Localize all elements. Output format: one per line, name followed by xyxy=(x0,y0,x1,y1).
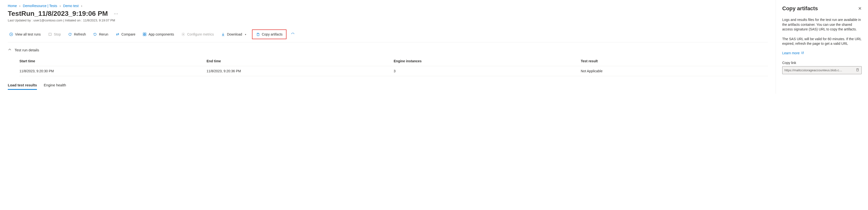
cell-test-result: Not Applicable xyxy=(581,66,768,76)
svg-point-6 xyxy=(183,34,184,35)
breadcrumb-test[interactable]: Demo test xyxy=(63,4,79,8)
svg-rect-5 xyxy=(145,34,146,36)
panel-description-1: Logs and results files for the test run … xyxy=(782,18,862,32)
copy-icon xyxy=(856,69,859,72)
tabs: Load test results Engine health xyxy=(8,83,768,90)
details-table: Start time End time Engine instances Tes… xyxy=(20,56,768,76)
panel-description-2: The SAS URL will be valid for 60 minutes… xyxy=(782,37,862,46)
col-test-result: Test result xyxy=(581,56,768,66)
compare-button[interactable]: Compare xyxy=(114,31,137,37)
button-label: Download xyxy=(227,32,242,36)
close-button[interactable]: ✕ xyxy=(858,6,862,11)
table-row: 11/8/2023, 9:20:30 PM 11/8/2023, 9:20:36… xyxy=(20,66,768,76)
svg-rect-3 xyxy=(145,33,146,34)
cell-engine-instances: 3 xyxy=(394,66,581,76)
learn-more-link[interactable]: Learn more xyxy=(782,51,804,55)
more-actions-button[interactable]: ⋯ xyxy=(112,10,120,17)
copy-artifacts-button[interactable]: Copy artifacts xyxy=(252,29,286,39)
button-label: View all test runs xyxy=(15,32,41,36)
button-label: Rerun xyxy=(99,32,108,36)
app-components-button[interactable]: App components xyxy=(141,31,176,37)
panel-title: Copy artifacts xyxy=(782,5,818,12)
breadcrumb-resource[interactable]: DemoResource | Tests xyxy=(23,4,57,8)
button-label: Stop xyxy=(54,32,61,36)
col-engine-instances: Engine instances xyxy=(394,56,581,66)
chevron-right-icon: › xyxy=(60,4,61,8)
copy-link-label: Copy link xyxy=(782,61,862,65)
download-button[interactable]: Download ▾ xyxy=(220,31,248,37)
section-title: Test run details xyxy=(14,48,39,52)
arrow-right-circle-icon xyxy=(9,32,13,36)
view-all-test-runs-button[interactable]: View all test runs xyxy=(8,31,42,37)
svg-rect-1 xyxy=(49,33,51,35)
chevron-down-icon: ▾ xyxy=(245,33,246,36)
chevron-right-icon: › xyxy=(19,4,21,8)
copy-link-input[interactable] xyxy=(784,69,855,72)
compare-icon xyxy=(116,32,120,36)
tab-engine-health[interactable]: Engine health xyxy=(44,83,66,90)
close-icon: ✕ xyxy=(858,6,862,11)
stop-button: Stop xyxy=(46,31,62,37)
panel-header: Copy artifacts ✕ xyxy=(782,5,862,12)
svg-point-0 xyxy=(10,33,13,36)
chevron-up-icon xyxy=(8,48,12,52)
breadcrumb: Home › DemoResource | Tests › Demo test … xyxy=(8,4,768,8)
rerun-icon xyxy=(93,32,97,36)
download-icon xyxy=(221,32,225,36)
refresh-icon xyxy=(68,32,72,36)
button-label: Refresh xyxy=(74,32,86,36)
button-label: App components xyxy=(149,32,174,36)
page-title: TestRun_11/8/2023_9:19:06 PM xyxy=(8,10,108,18)
gear-icon xyxy=(181,32,185,36)
link-label: Learn more xyxy=(782,51,800,55)
main-content: Home › DemoResource | Tests › Demo test … xyxy=(0,0,776,94)
copy-icon xyxy=(256,32,260,36)
breadcrumb-home[interactable]: Home xyxy=(8,4,17,8)
overflow-icon[interactable] xyxy=(291,32,295,37)
svg-rect-7 xyxy=(257,33,259,36)
page-subtitle: Last Updated by : user1@contoso.com | In… xyxy=(8,19,768,22)
table-header-row: Start time End time Engine instances Tes… xyxy=(20,56,768,66)
svg-rect-4 xyxy=(143,34,144,36)
toolbar: View all test runs Stop Refresh Rerun Co xyxy=(8,27,768,42)
page-title-row: TestRun_11/8/2023_9:19:06 PM ⋯ xyxy=(8,10,768,18)
copy-link-box xyxy=(782,66,862,74)
copy-link-button[interactable] xyxy=(855,68,860,73)
col-end-time: End time xyxy=(207,56,394,66)
test-run-details-toggle[interactable]: Test run details xyxy=(8,48,768,52)
refresh-button[interactable]: Refresh xyxy=(67,31,87,37)
col-start-time: Start time xyxy=(20,56,207,66)
svg-rect-8 xyxy=(857,69,858,71)
chevron-right-icon: › xyxy=(81,4,82,8)
button-label: Compare xyxy=(122,32,135,36)
stop-icon xyxy=(48,32,52,36)
button-label: Copy artifacts xyxy=(262,32,283,36)
external-link-icon xyxy=(801,51,804,55)
svg-rect-2 xyxy=(143,33,144,34)
cell-end-time: 11/8/2023, 9:20:36 PM xyxy=(207,66,394,76)
button-label: Configure metrics xyxy=(187,32,214,36)
rerun-button[interactable]: Rerun xyxy=(92,31,110,37)
copy-artifacts-panel: Copy artifacts ✕ Logs and results files … xyxy=(776,0,868,94)
grid-icon xyxy=(143,32,147,36)
configure-metrics-button: Configure metrics xyxy=(180,31,215,37)
cell-start-time: 11/8/2023, 9:20:30 PM xyxy=(20,66,207,76)
tab-load-test-results[interactable]: Load test results xyxy=(8,83,37,90)
